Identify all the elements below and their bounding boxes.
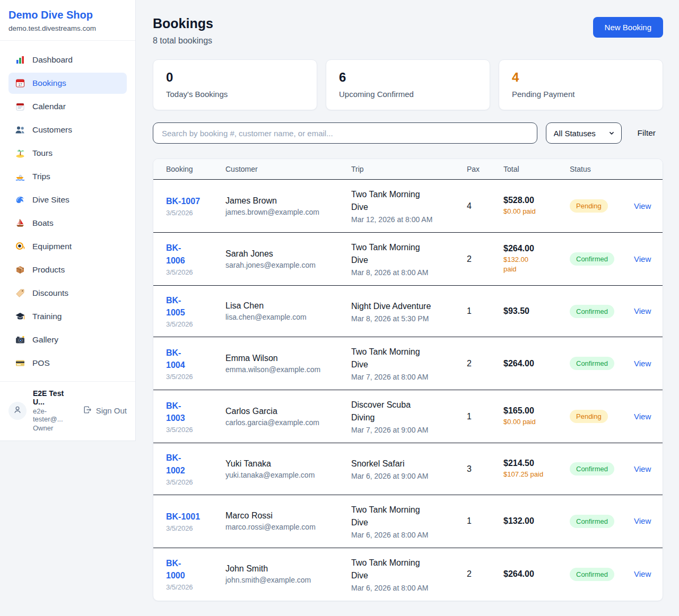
new-booking-button[interactable]: New Booking <box>593 17 663 38</box>
table-row: BK- 1006 3/5/2026 Sarah Jones sarah.jone… <box>153 233 663 286</box>
view-link[interactable]: View <box>634 306 651 315</box>
customer-cell: Yuki Tanaka yuki.tanaka@example.com <box>225 459 351 479</box>
booking-id-link[interactable]: BK- 1006 <box>166 242 185 266</box>
sidebar-item-calendar[interactable]: Calendar <box>8 96 127 117</box>
booking-date: 3/5/2026 <box>166 373 225 381</box>
booking-date: 3/5/2026 <box>166 524 225 532</box>
sidebar-item-label: Dive Sites <box>32 195 69 205</box>
trip-datetime: Mar 12, 2026 at 8:00 AM <box>351 215 467 224</box>
sidebar-item-pos[interactable]: POS <box>8 353 127 374</box>
booking-cell: BK- 1002 3/5/2026 <box>166 452 225 486</box>
booking-date: 3/5/2026 <box>166 320 225 328</box>
customer-name: James Brown <box>225 196 351 206</box>
paid-amount: $0.00 paid <box>503 207 570 216</box>
customer-cell: Lisa Chen lisa.chen@example.com <box>225 301 351 321</box>
trip-name: Two Tank Morning Dive <box>351 188 467 214</box>
customer-name: Yuki Tanaka <box>225 459 351 469</box>
status-badge: Confirmed <box>570 305 614 318</box>
total-amount: $132.00 <box>503 516 570 526</box>
booking-id-link[interactable]: BK- 1004 <box>166 347 185 371</box>
pax-count: 3 <box>467 464 503 474</box>
column-header-trip: Trip <box>351 165 467 173</box>
view-link[interactable]: View <box>634 569 651 578</box>
booking-id-link[interactable]: BK- 1000 <box>166 557 185 582</box>
sidebar-item-gallery[interactable]: Gallery <box>8 329 127 350</box>
status-badge: Confirmed <box>570 568 614 581</box>
view-link[interactable]: View <box>634 464 651 473</box>
customer-email: sarah.jones@example.com <box>225 261 351 269</box>
stat-card-upcoming-confirmed: 6 Upcoming Confirmed <box>326 59 490 110</box>
user-box: E2E Test U... e2e-tester@... Owner Sign … <box>0 381 135 441</box>
tag-icon <box>15 288 25 298</box>
credit-card-icon <box>15 358 25 368</box>
status-badge: Pending <box>570 199 608 213</box>
svg-text:17: 17 <box>18 83 22 86</box>
status-badge: Confirmed <box>570 462 614 476</box>
table-row: BK- 1003 3/5/2026 Carlos Garcia carlos.g… <box>153 390 663 443</box>
stat-label: Upcoming Confirmed <box>339 90 477 99</box>
customer-cell: Sarah Jones sarah.jones@example.com <box>225 249 351 269</box>
pax-count: 2 <box>467 359 503 368</box>
customer-name: Lisa Chen <box>225 301 351 311</box>
paid-amount: $0.00 paid <box>503 417 570 427</box>
booking-cell: BK-1001 3/5/2026 <box>166 511 225 532</box>
sidebar-item-products[interactable]: Products <box>8 259 127 280</box>
customer-name: Carlos Garcia <box>225 407 351 416</box>
sidebar-item-tours[interactable]: Tours <box>8 143 127 164</box>
total-cell: $264.00 <box>503 359 570 368</box>
trip-name: Snorkel Safari <box>351 457 467 470</box>
view-link[interactable]: View <box>634 254 651 263</box>
sidebar-item-customers[interactable]: Customers <box>8 119 127 140</box>
customer-email: john.smith@example.com <box>225 576 351 584</box>
sidebar-item-dashboard[interactable]: Dashboard <box>8 49 127 71</box>
trip-datetime: Mar 8, 2026 at 8:00 AM <box>351 268 467 277</box>
trip-datetime: Mar 6, 2026 at 8:00 AM <box>351 584 467 592</box>
booking-id-link[interactable]: BK-1007 <box>166 195 200 207</box>
table-row: BK- 1002 3/5/2026 Yuki Tanaka yuki.tanak… <box>153 443 663 495</box>
status-filter-select[interactable]: All Statuses <box>546 122 622 144</box>
column-header-booking: Booking <box>166 165 225 173</box>
user-role: Owner <box>33 424 76 432</box>
booking-id-link[interactable]: BK- 1002 <box>166 452 185 476</box>
total-amount: $264.00 <box>503 359 570 368</box>
sidebar-item-label: Training <box>32 312 62 321</box>
view-link[interactable]: View <box>634 516 651 525</box>
sidebar-item-boats[interactable]: Boats <box>8 213 127 234</box>
sidebar-item-trips[interactable]: Trips <box>8 166 127 187</box>
trip-datetime: Mar 8, 2026 at 5:30 PM <box>351 314 467 323</box>
view-cell: View <box>634 516 663 526</box>
column-header-total: Total <box>503 165 570 173</box>
booking-id-link[interactable]: BK-1001 <box>166 511 200 523</box>
table-row: BK-1001 3/5/2026 Marco Rossi marco.rossi… <box>153 495 663 548</box>
sidebar-item-dive-sites[interactable]: Dive Sites <box>8 189 127 210</box>
sidebar-item-training[interactable]: Training <box>8 306 127 327</box>
total-cell: $528.00 $0.00 paid <box>503 196 570 216</box>
column-header-customer: Customer <box>225 165 351 173</box>
customer-cell: James Brown james.brown@example.com <box>225 196 351 216</box>
booking-id-link[interactable]: BK- 1003 <box>166 400 185 424</box>
table-body: BK-1007 3/5/2026 James Brown james.brown… <box>153 180 663 601</box>
status-cell: Confirmed <box>570 568 634 581</box>
sidebar-item-bookings[interactable]: 17 Bookings <box>8 73 127 94</box>
view-link[interactable]: View <box>634 359 651 368</box>
search-input[interactable] <box>153 122 537 144</box>
sidebar-item-equipment[interactable]: Equipment <box>8 236 127 257</box>
view-link[interactable]: View <box>634 201 651 210</box>
island-icon <box>15 148 25 159</box>
booking-cell: BK- 1005 3/5/2026 <box>166 294 225 328</box>
sign-out-button[interactable]: Sign Out <box>83 405 127 416</box>
customer-email: james.brown@example.com <box>225 208 351 216</box>
customer-cell: Carlos Garcia carlos.garcia@example.com <box>225 407 351 427</box>
booking-id-link[interactable]: BK- 1005 <box>166 294 185 319</box>
view-link[interactable]: View <box>634 412 651 421</box>
status-badge: Confirmed <box>570 252 614 266</box>
sidebar-nav: Dashboard 17 Bookings Calendar Customers… <box>0 41 135 381</box>
filter-button[interactable]: Filter <box>630 128 663 138</box>
trip-name: Discover Scuba Diving <box>351 399 467 424</box>
customer-email: carlos.garcia@example.com <box>225 418 351 427</box>
sidebar-item-discounts[interactable]: Discounts <box>8 283 127 304</box>
total-cell: $93.50 <box>503 306 570 316</box>
app-root: Demo Dive Shop demo.test.divestreams.com… <box>0 0 679 616</box>
sign-out-label: Sign Out <box>96 406 127 415</box>
status-badge: Confirmed <box>570 357 614 370</box>
